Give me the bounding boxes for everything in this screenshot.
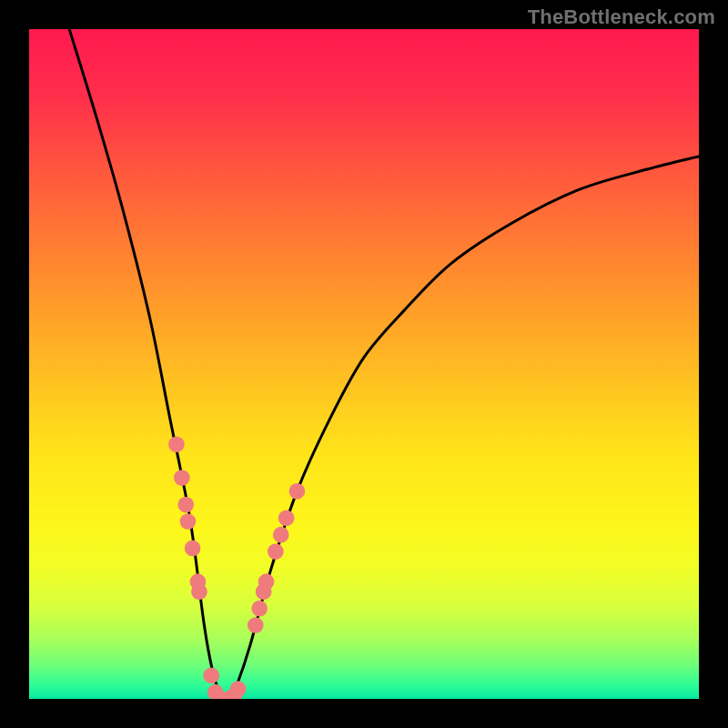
highlight-dot xyxy=(203,667,219,683)
highlight-dot xyxy=(180,513,197,530)
highlight-dot xyxy=(177,497,194,513)
highlight-dot xyxy=(289,483,306,500)
chart-frame: TheBottleneck.com xyxy=(0,0,728,728)
highlight-dot xyxy=(185,541,201,557)
highlight-dot xyxy=(168,436,185,452)
highlight-dot xyxy=(251,601,268,617)
highlight-dot xyxy=(258,573,275,590)
highlight-dot xyxy=(230,681,247,697)
plot-area xyxy=(29,29,699,699)
highlight-dot xyxy=(268,543,284,560)
bottleneck-curve xyxy=(69,29,699,699)
highlight-dots xyxy=(168,436,305,699)
highlight-dot xyxy=(174,470,190,486)
highlight-dot xyxy=(248,617,264,633)
watermark-text: TheBottleneck.com xyxy=(528,5,715,29)
chart-svg xyxy=(29,29,699,699)
highlight-dot xyxy=(191,583,207,600)
highlight-dot xyxy=(273,527,289,543)
highlight-dot xyxy=(278,510,295,526)
